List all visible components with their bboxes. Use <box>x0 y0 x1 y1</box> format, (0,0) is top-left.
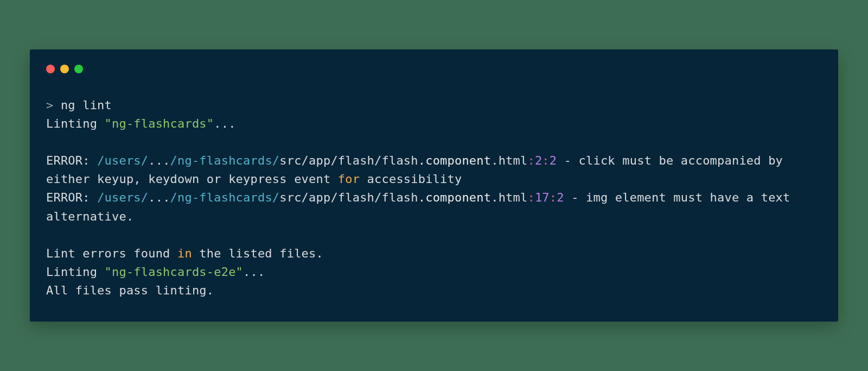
terminal-line-segment: ERROR: <box>46 154 97 167</box>
terminal-line-segment: ... <box>148 191 170 204</box>
terminal-line-segment: ng <box>61 98 82 112</box>
stage: > ng lint Linting "ng-flashcards"... ERR… <box>0 0 868 371</box>
terminal-line-segment: "ng-flashcards-e2e" <box>105 265 243 279</box>
terminal-line-segment: : <box>527 154 534 167</box>
terminal-line-segment: ... <box>214 117 235 130</box>
terminal-line-segment: .component <box>418 154 491 167</box>
terminal-output: > ng lint Linting "ng-flashcards"... ERR… <box>46 96 822 300</box>
terminal-line-segment: /users/ <box>97 154 148 167</box>
terminal-line-segment: Lint errors found <box>46 247 177 260</box>
zoom-icon[interactable] <box>74 65 83 73</box>
terminal-line-segment: src/app/flash/flash <box>279 191 418 204</box>
terminal-line-segment: the listed files. <box>192 247 323 260</box>
terminal-line-segment: /ng-flashcards/ <box>170 191 280 204</box>
terminal-line-segment: ... <box>148 154 170 167</box>
terminal-line-segment: accessibility <box>360 172 462 186</box>
terminal-line-segment: .html <box>491 154 527 167</box>
terminal-line-segment: ERROR: <box>46 191 97 204</box>
terminal-window: > ng lint Linting "ng-flashcards"... ERR… <box>30 49 838 322</box>
window-titlebar <box>46 65 822 73</box>
terminal-line-segment: /ng-flashcards/ <box>170 154 280 167</box>
terminal-line-segment: lint <box>82 98 112 112</box>
terminal-line-segment: 2 <box>535 154 542 167</box>
terminal-line-segment: 2 <box>557 191 564 204</box>
terminal-line-segment: Linting <box>46 117 105 130</box>
terminal-line-segment: 17 <box>535 191 550 204</box>
terminal-line-segment: All files pass linting. <box>46 284 214 297</box>
terminal-line-segment: Linting <box>46 265 105 279</box>
close-icon[interactable] <box>46 65 55 73</box>
terminal-line-segment: /users/ <box>97 191 148 204</box>
terminal-line-segment: ... <box>243 265 265 279</box>
minimize-icon[interactable] <box>60 65 69 73</box>
terminal-line-segment: > <box>46 98 61 112</box>
terminal-line-segment: : <box>527 191 534 204</box>
terminal-line-segment: src/app/flash/flash <box>279 154 418 167</box>
terminal-line-segment: .component <box>418 191 491 204</box>
terminal-line-segment: .html <box>491 191 527 204</box>
terminal-line-segment <box>46 135 53 149</box>
terminal-line-segment: : <box>542 154 549 167</box>
terminal-line-segment: "ng-flashcards" <box>105 117 214 130</box>
terminal-line-segment: for <box>338 172 360 186</box>
terminal-line-segment: in <box>177 247 192 260</box>
terminal-line-segment <box>46 228 53 242</box>
terminal-line-segment: 2 <box>550 154 557 167</box>
terminal-line-segment: : <box>550 191 557 204</box>
